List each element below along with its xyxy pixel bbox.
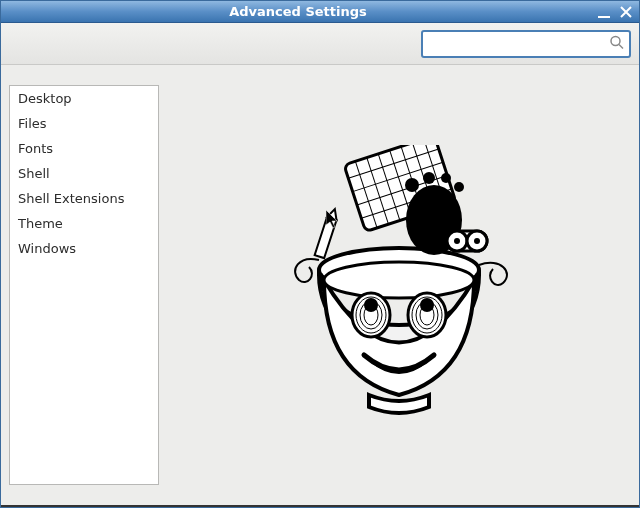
toolbar — [1, 23, 639, 65]
sidebar-item-files[interactable]: Files — [10, 111, 158, 136]
close-button[interactable] — [617, 3, 635, 21]
sidebar-item-label: Shell Extensions — [18, 191, 124, 206]
svg-point-19 — [441, 173, 451, 183]
window-title: Advanced Settings — [1, 4, 595, 19]
sidebar-item-label: Shell — [18, 166, 50, 181]
sidebar-item-label: Files — [18, 116, 47, 131]
body-area: Desktop Files Fonts Shell Shell Extensio… — [1, 65, 639, 505]
gnome-tweak-mascot-icon — [269, 145, 529, 425]
close-icon — [619, 5, 633, 19]
sidebar: Desktop Files Fonts Shell Shell Extensio… — [9, 85, 159, 485]
svg-point-17 — [405, 178, 419, 192]
svg-point-25 — [474, 238, 480, 244]
svg-rect-0 — [598, 16, 610, 18]
main-pane — [159, 65, 639, 505]
app-window: Advanced Settings Desktop Files Fonts Sh… — [0, 0, 640, 508]
window-controls — [595, 3, 639, 21]
cursor-icon — [326, 210, 340, 233]
search-input[interactable] — [421, 30, 631, 58]
svg-point-24 — [454, 238, 460, 244]
sidebar-item-shell-extensions[interactable]: Shell Extensions — [10, 186, 158, 211]
svg-point-38 — [420, 298, 434, 312]
svg-point-37 — [364, 298, 378, 312]
sidebar-item-desktop[interactable]: Desktop — [10, 86, 158, 111]
sidebar-item-label: Windows — [18, 241, 76, 256]
search-wrap — [421, 30, 631, 58]
sidebar-item-label: Fonts — [18, 141, 53, 156]
svg-point-20 — [454, 182, 464, 192]
svg-point-18 — [423, 172, 435, 184]
minimize-button[interactable] — [595, 3, 613, 21]
sidebar-item-label: Desktop — [18, 91, 72, 106]
sidebar-item-theme[interactable]: Theme — [10, 211, 158, 236]
sidebar-item-label: Theme — [18, 216, 63, 231]
sidebar-item-windows[interactable]: Windows — [10, 236, 158, 261]
sidebar-item-fonts[interactable]: Fonts — [10, 136, 158, 161]
svg-point-28 — [324, 262, 474, 298]
minimize-icon — [597, 5, 611, 19]
sidebar-item-shell[interactable]: Shell — [10, 161, 158, 186]
bottom-border — [1, 505, 639, 507]
titlebar: Advanced Settings — [1, 1, 639, 23]
